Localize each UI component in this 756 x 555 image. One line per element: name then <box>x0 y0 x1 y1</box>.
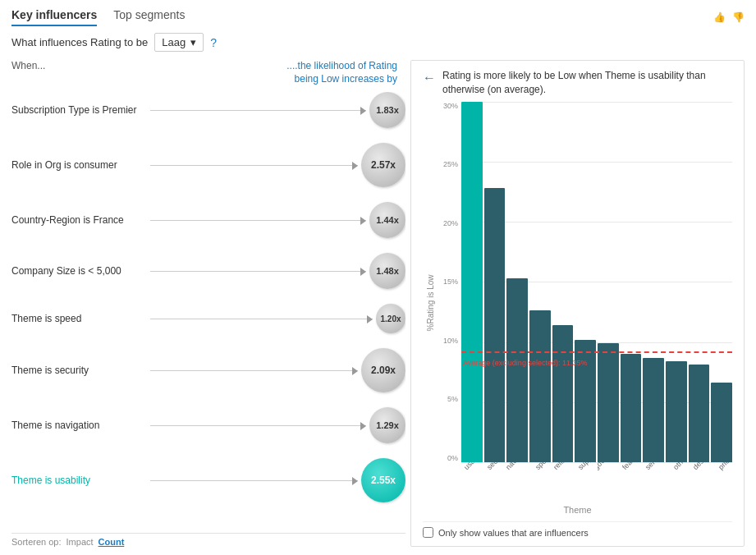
influencer-bubble: 1.44x <box>369 202 405 238</box>
bar-column <box>689 102 710 462</box>
chart-area: %Rating is Low 30% 25% 20% 15% 10% 5% 0% <box>423 102 732 538</box>
x-axis-label: Theme <box>423 505 732 515</box>
influencers-checkbox[interactable] <box>423 527 433 538</box>
bar <box>598 343 619 462</box>
x-label: speed <box>529 462 551 503</box>
influencer-bubble: 1.29x <box>369 407 405 443</box>
bar <box>575 340 596 462</box>
bar-column <box>575 102 596 462</box>
help-icon[interactable]: ? <box>210 36 217 49</box>
thumbs-down-icon[interactable]: 👎 <box>732 11 745 23</box>
influencer-connector <box>150 110 366 111</box>
checkbox-label: Only show values that are influencers <box>438 528 589 538</box>
checkbox-row: Only show values that are influencers <box>423 521 732 538</box>
thumbs-up-icon[interactable]: 👍 <box>713 11 726 23</box>
bar <box>643 358 664 462</box>
x-label: navigation <box>506 462 528 503</box>
influencer-bubble: 2.55x <box>361 458 405 502</box>
influencer-row[interactable]: Country-Region is France 1.44x <box>11 202 405 238</box>
bar-column <box>552 102 574 462</box>
bar-column <box>461 102 483 462</box>
influencer-bubble: 1.83x <box>369 92 405 128</box>
col-likelihood-header: ....the likelihood of Rating being Low i… <box>266 60 397 85</box>
bar-column <box>666 102 687 462</box>
influencer-label: Role in Org is consumer <box>11 159 147 171</box>
influencer-label: Theme is navigation <box>11 420 147 431</box>
influencer-row[interactable]: Role in Org is consumer 2.57x <box>11 143 405 187</box>
influencer-connector <box>150 165 358 166</box>
influencer-label: Theme is speed <box>11 313 147 324</box>
back-arrow-icon[interactable]: ← <box>423 71 436 85</box>
x-label: other <box>666 462 687 503</box>
bar-column <box>529 102 551 462</box>
x-label: usability <box>461 462 483 503</box>
influencer-row-selected[interactable]: Theme is usability 2.55x <box>11 458 405 502</box>
bar <box>529 310 551 462</box>
influencer-connector <box>150 220 366 221</box>
chart-title: Rating is more likely to be Low when The… <box>442 69 722 97</box>
influencer-label: Theme is usability <box>11 475 147 486</box>
influencer-bubble: 2.57x <box>361 143 405 187</box>
influencer-row[interactable]: Theme is navigation 1.29x <box>11 407 405 443</box>
bar <box>689 365 710 462</box>
bar-column <box>621 102 642 462</box>
x-label: security <box>484 462 506 503</box>
chevron-down-icon: ▾ <box>190 36 196 48</box>
subtitle-prefix: What influences Rating to be <box>11 36 148 48</box>
x-label: features <box>621 462 642 503</box>
influencer-connector <box>150 480 358 481</box>
bar <box>461 102 483 462</box>
influencer-label: Company Size is < 5,000 <box>11 265 147 277</box>
sort-label: Sorteren op: <box>11 537 62 547</box>
bars-container <box>461 102 732 462</box>
x-label: governance <box>598 462 619 503</box>
influencer-bubble: 2.09x <box>361 348 405 392</box>
bar <box>711 383 732 462</box>
influencer-connector <box>150 271 366 272</box>
influencer-row[interactable]: Theme is speed 1.20x <box>11 304 405 333</box>
y-axis-label: %Rating is Low <box>423 102 438 503</box>
bar-column <box>484 102 506 462</box>
x-label: price <box>711 462 732 503</box>
bar-column <box>643 102 664 462</box>
sort-impact-button[interactable]: Impact <box>66 537 94 547</box>
bar-column <box>506 102 528 462</box>
x-label: support <box>575 462 596 503</box>
tab-key-influencers[interactable]: Key influencers <box>11 8 97 26</box>
influencer-connector <box>150 319 373 319</box>
bar <box>666 361 687 462</box>
influencer-bubble: 1.20x <box>376 304 405 333</box>
influencer-connector <box>150 425 366 426</box>
x-label: design <box>689 462 710 503</box>
influencer-row[interactable]: Subscription Type is Premier 1.83x <box>11 92 405 128</box>
bar <box>621 354 642 462</box>
influencer-label: Subscription Type is Premier <box>11 104 147 116</box>
influencer-label: Theme is security <box>11 365 147 376</box>
influencer-row[interactable]: Company Size is < 5,000 1.48x <box>11 253 405 289</box>
bar-column <box>598 102 619 462</box>
bar <box>552 325 574 462</box>
sort-count-button[interactable]: Count <box>99 537 125 547</box>
bar <box>506 278 528 462</box>
x-labels: usabilitysecuritynavigationspeedreliabil… <box>461 462 732 503</box>
tab-top-segments[interactable]: Top segments <box>113 8 185 26</box>
influencer-connector <box>150 370 358 371</box>
rating-dropdown[interactable]: Laag ▾ <box>154 33 204 52</box>
x-label: services <box>643 462 664 503</box>
influencers-list: Subscription Type is Premier 1.83x Role … <box>11 92 405 528</box>
x-label: reliability <box>552 462 574 503</box>
bar <box>484 188 506 462</box>
influencer-label: Country-Region is France <box>11 214 147 226</box>
col-when-header: When... <box>11 60 45 71</box>
bar-column <box>711 102 732 462</box>
influencer-bubble: 1.48x <box>369 253 405 289</box>
influencer-row[interactable]: Theme is security 2.09x <box>11 348 405 392</box>
